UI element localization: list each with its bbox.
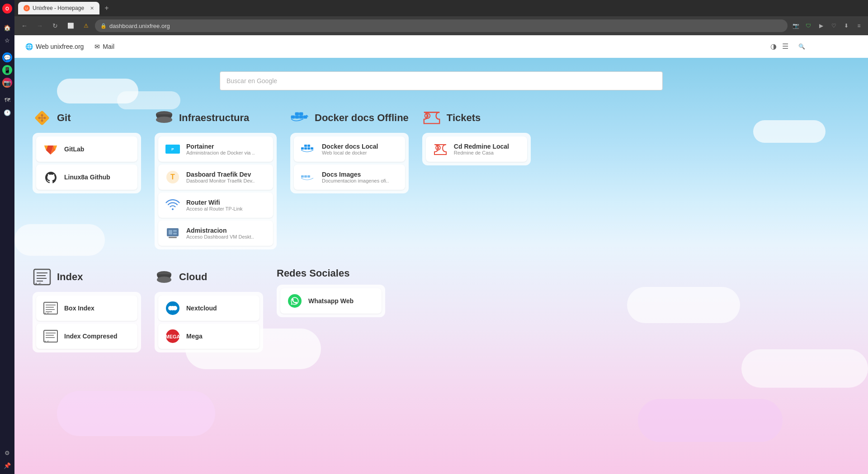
mega-card-text: Mega bbox=[186, 333, 203, 340]
vpn-icon[interactable]: 🛡 bbox=[803, 20, 814, 31]
instagram-icon[interactable]: 📷 bbox=[2, 78, 12, 88]
gitlab-card[interactable]: GitLab bbox=[36, 136, 137, 162]
heart-icon[interactable]: ♡ bbox=[828, 20, 839, 31]
toolbar-actions: 📷 🛡 ▶ ♡ ⬇ ≡ bbox=[790, 20, 864, 31]
portainer-card-text: Portainer Administracion de Docker via .… bbox=[186, 143, 255, 155]
github-card[interactable]: Linux8a Github bbox=[36, 164, 137, 190]
bottom-sections-row: A-C Index bbox=[33, 268, 850, 352]
mail-link[interactable]: ✉ Mail bbox=[94, 43, 114, 50]
history-icon[interactable]: 🕐 bbox=[2, 108, 12, 117]
wifi-icon bbox=[165, 197, 181, 213]
traefik-card[interactable]: T Dasboard Traefik Dev Dasboard Monitor … bbox=[158, 164, 273, 190]
redes-section-title: Redes Sociales bbox=[277, 268, 349, 279]
back-button[interactable]: ← bbox=[18, 19, 31, 32]
address-bar[interactable]: 🔒 dashboard.unixfree.org bbox=[95, 19, 788, 32]
svg-rect-28 bbox=[301, 175, 304, 178]
svg-rect-26 bbox=[307, 145, 310, 147]
reload-button[interactable]: ↻ bbox=[49, 19, 61, 32]
traefik-subtitle: Dasboard Monitor Traefik Dev.. bbox=[186, 178, 255, 183]
new-tab-button[interactable]: + bbox=[101, 3, 112, 14]
docs-images-card[interactable]: Docs Images Documentacion imagenes ofi.. bbox=[294, 164, 405, 190]
github-title: Linux8a Github bbox=[64, 174, 110, 181]
svg-rect-18 bbox=[295, 113, 299, 115]
google-search-bar[interactable]: Buscar en Google bbox=[220, 71, 663, 90]
media-icon[interactable]: ▶ bbox=[816, 20, 826, 31]
settings-icon[interactable]: ⚙ bbox=[2, 448, 12, 458]
svg-rect-21 bbox=[303, 116, 307, 118]
svg-rect-29 bbox=[304, 175, 307, 178]
git-section-header: Git bbox=[33, 108, 141, 127]
admin-subtitle: Acceso Dashboard VM Deskt.. bbox=[186, 234, 254, 239]
svg-point-51 bbox=[157, 277, 171, 283]
tab-close-button[interactable]: ✕ bbox=[90, 5, 94, 11]
browser-wrapper: U Unixfree - Homepage ✕ + ← → ↻ ⬜ ⚠ 🔒 da… bbox=[14, 0, 868, 474]
home-icon[interactable]: 🏠 bbox=[2, 23, 12, 33]
header-search[interactable]: 🔍 bbox=[794, 40, 857, 53]
svg-rect-13 bbox=[173, 230, 177, 232]
mega-icon: MEGA bbox=[165, 328, 181, 344]
whatsapp-card[interactable]: Whatsapp Web bbox=[280, 288, 382, 314]
bookmarks-icon[interactable]: ☆ bbox=[2, 35, 12, 45]
gitlab-card-text: GitLab bbox=[64, 145, 84, 153]
web-link-icon: 🌐 bbox=[25, 43, 33, 50]
pin-icon[interactable]: 📌 bbox=[2, 460, 12, 470]
wifi-card[interactable]: Router Wifi Acceso al Router TP-Link bbox=[158, 192, 273, 218]
svg-point-55 bbox=[170, 306, 175, 310]
docker-section-icon bbox=[290, 108, 309, 127]
svg-rect-19 bbox=[299, 116, 303, 118]
svg-rect-25 bbox=[307, 147, 310, 150]
menu-icon[interactable]: ≡ bbox=[854, 20, 864, 31]
index-cards-container: A-C Box Index bbox=[33, 292, 141, 352]
infraestructura-section: Infraestructura P Portainer Administrac bbox=[155, 108, 277, 249]
git-section-title: Git bbox=[57, 112, 71, 124]
redes-cards-container: Whatsapp Web bbox=[277, 285, 385, 317]
svg-text:MEGA: MEGA bbox=[165, 334, 180, 339]
index-compressed-card[interactable]: A-C Index Compresed bbox=[36, 324, 137, 349]
index-section-header: A-C Index bbox=[33, 268, 141, 286]
opera-icon[interactable]: O bbox=[2, 4, 12, 14]
search-placeholder: Buscar en Google bbox=[226, 77, 277, 84]
svg-rect-11 bbox=[167, 228, 179, 236]
svg-rect-27 bbox=[311, 147, 313, 150]
admin-card[interactable]: Admistracion Acceso Dashboard VM Deskt.. bbox=[158, 221, 273, 246]
docker-local-card[interactable]: Docker docs Local Web local de docker bbox=[294, 136, 405, 162]
map-icon[interactable]: 🗺 bbox=[2, 95, 12, 105]
infra-cards-container: P Portainer Administracion de Docker via… bbox=[155, 133, 277, 249]
extensions-button[interactable]: ⬜ bbox=[64, 19, 77, 32]
web-link[interactable]: 🌐 Web unixfree.org bbox=[25, 43, 84, 50]
redmine-card[interactable]: Cd Redmine Local Redmine de Casa bbox=[426, 136, 527, 162]
mega-card[interactable]: MEGA Mega bbox=[158, 324, 259, 349]
mail-link-icon: ✉ bbox=[94, 43, 100, 50]
traefik-card-text: Dasboard Traefik Dev Dasboard Monitor Tr… bbox=[186, 171, 255, 183]
admin-card-text: Admistracion Acceso Dashboard VM Deskt.. bbox=[186, 227, 254, 239]
index-compressed-title: Index Compresed bbox=[64, 333, 117, 340]
svg-point-58 bbox=[288, 294, 302, 308]
docs-images-title: Docs Images bbox=[322, 171, 389, 178]
docker-section: Docker docs Offline bbox=[290, 108, 409, 249]
theme-toggle[interactable]: ◑ bbox=[770, 42, 777, 51]
tickets-section-icon bbox=[422, 108, 441, 127]
cloud-section-title: Cloud bbox=[179, 271, 207, 283]
box-index-card[interactable]: A-C Box Index bbox=[36, 296, 137, 321]
infra-section-header: Infraestructura bbox=[155, 108, 277, 127]
whatsapp-card-icon bbox=[287, 293, 303, 309]
warning-button[interactable]: ⚠ bbox=[80, 19, 92, 32]
page-body: Buscar en Google bbox=[14, 58, 868, 474]
messenger-icon[interactable]: 💬 bbox=[2, 52, 12, 62]
docker-cards-container: Docker docs Local Web local de docker bbox=[290, 133, 409, 193]
docs-images-text: Docs Images Documentacion imagenes ofi.. bbox=[322, 171, 389, 183]
whatsapp-sidebar-icon[interactable]: 📱 bbox=[2, 65, 12, 75]
list-icon[interactable]: ☰ bbox=[782, 42, 788, 51]
svg-rect-23 bbox=[304, 147, 307, 150]
svg-rect-22 bbox=[301, 147, 304, 150]
header-search-icon: 🔍 bbox=[798, 43, 805, 50]
docker-local-icon bbox=[300, 141, 316, 157]
forward-button[interactable]: → bbox=[33, 19, 46, 32]
svg-rect-16 bbox=[291, 116, 295, 118]
download-icon[interactable]: ⬇ bbox=[841, 20, 852, 31]
portainer-card[interactable]: P Portainer Administracion de Docker via… bbox=[158, 136, 273, 162]
active-tab[interactable]: U Unixfree - Homepage ✕ bbox=[18, 2, 99, 14]
camera-icon[interactable]: 📷 bbox=[790, 20, 801, 31]
svg-rect-15 bbox=[169, 237, 177, 238]
nextcloud-card[interactable]: Nextcloud bbox=[158, 296, 259, 321]
